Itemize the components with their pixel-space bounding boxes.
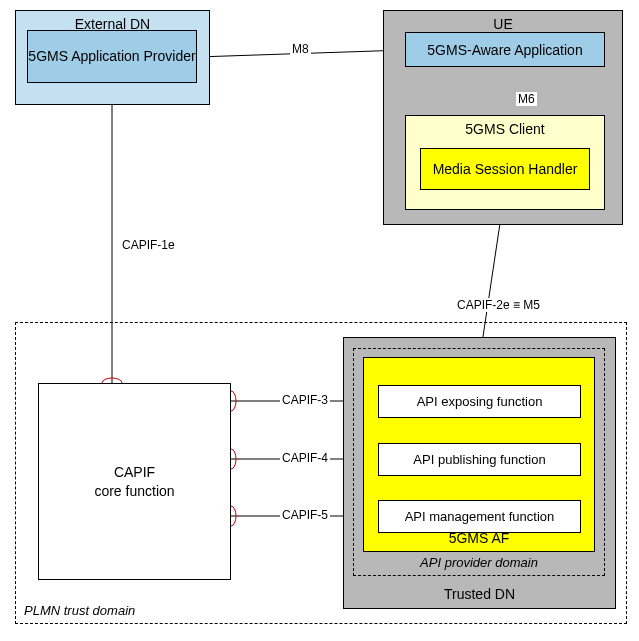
iface-capif3: CAPIF-3 — [280, 393, 330, 407]
client-label: 5GMS Client — [406, 121, 604, 137]
capif-core-label: CAPIF core function — [94, 463, 174, 499]
api-mgmt-label: API management function — [405, 509, 555, 524]
iface-m8: M8 — [290, 42, 311, 56]
trusted-dn-label: Trusted DN — [344, 586, 615, 602]
iface-m6: M6 — [516, 92, 537, 106]
iface-capif4: CAPIF-4 — [280, 451, 330, 465]
ue-label: UE — [384, 16, 622, 32]
api-exposing-box: API exposing function — [378, 385, 581, 418]
api-publishing-label: API publishing function — [413, 452, 545, 467]
iface-capif5: CAPIF-5 — [280, 508, 330, 522]
msh-box: Media Session Handler — [420, 148, 590, 190]
aware-app-label: 5GMS-Aware Application — [427, 42, 582, 58]
api-mgmt-box: API management function — [378, 500, 581, 533]
msh-label: Media Session Handler — [433, 161, 578, 177]
app-provider-box: 5GMS Application Provider — [27, 30, 197, 83]
diagram-root: External DN 5GMS Application Provider UE… — [0, 0, 639, 641]
aware-app-box: 5GMS-Aware Application — [405, 32, 605, 67]
api-exposing-label: API exposing function — [417, 394, 543, 409]
api-provider-label: API provider domain — [354, 555, 604, 570]
iface-capif1e: CAPIF-1e — [120, 238, 177, 252]
app-provider-label: 5GMS Application Provider — [28, 48, 195, 65]
iface-capif2e: CAPIF-2e ≡ M5 — [455, 298, 542, 312]
capif-core-box: CAPIF core function — [38, 383, 231, 580]
plmn-label: PLMN trust domain — [24, 603, 135, 618]
api-publishing-box: API publishing function — [378, 443, 581, 476]
